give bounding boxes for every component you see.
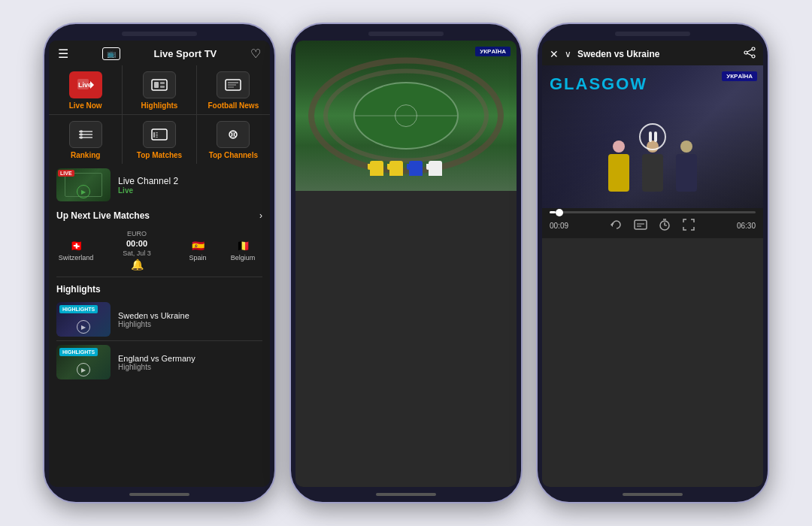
- bell-icon[interactable]: 🔔: [131, 258, 144, 271]
- progress-thumb[interactable]: [556, 209, 563, 216]
- category-highlights[interactable]: Highlights: [123, 65, 195, 114]
- svg-rect-31: [635, 220, 647, 229]
- player-3-head: [680, 141, 692, 153]
- svg-rect-5: [160, 82, 165, 84]
- svg-rect-20: [156, 134, 158, 135]
- up-next-header: Up Next Live Matches ›: [49, 206, 270, 224]
- play-button-small[interactable]: ▶: [77, 185, 90, 198]
- highlight-play-1[interactable]: ▶: [77, 320, 90, 334]
- pause-bar-2: [654, 132, 657, 142]
- team-name-belgium: Belgium: [231, 254, 256, 261]
- channel-live-status: Live: [118, 186, 262, 195]
- phone-1-notch: [122, 32, 197, 36]
- live-badge: LIVE: [58, 170, 74, 177]
- top-channels-icon: [217, 121, 250, 148]
- category-football-news[interactable]: Football News: [197, 65, 270, 114]
- highlight-info-1: Sweden vs Ukraine Highlights: [118, 311, 262, 328]
- phone-3-header: ✕ ∨ Sweden vs Ukraine: [542, 41, 763, 65]
- up-next-title: Up Next Live Matches: [56, 210, 150, 221]
- control-icons: [610, 218, 695, 234]
- highlight-item-2[interactable]: HIGHLIGHTS ▶ England vs Germany Highligh…: [49, 341, 270, 383]
- up-next-arrow[interactable]: ›: [259, 210, 262, 221]
- svg-rect-19: [156, 132, 158, 133]
- replay-icon[interactable]: [610, 218, 623, 234]
- svg-marker-30: [611, 222, 613, 227]
- channel-logo-3: УКРAÏHA: [722, 71, 757, 81]
- home-indicator-2: [376, 493, 436, 496]
- flag-spain: 🇪🇸: [189, 240, 207, 252]
- svg-point-15: [80, 133, 83, 136]
- channel-logo-2: УКРAÏHA: [475, 47, 511, 56]
- phone-3-screen: ✕ ∨ Sweden vs Ukraine GLASGOW УКРAÏHA: [542, 41, 763, 487]
- match-row: 🇨🇭 Switzerland EURO 00:00 Sat, Jul 3 🔔 🇪…: [49, 224, 270, 277]
- phone-3: ✕ ∨ Sweden vs Ukraine GLASGOW УКРAÏHA: [536, 23, 769, 503]
- highlight-info-2: England vs Germany Highlights: [118, 354, 262, 371]
- close-icon[interactable]: ✕: [550, 48, 559, 60]
- player-3: [674, 141, 700, 201]
- svg-rect-21: [156, 135, 158, 136]
- team-belgium: 🇧🇪 Belgium: [223, 240, 262, 261]
- highlight-type-2: Highlights: [118, 363, 262, 371]
- video-controls: 00:09: [542, 215, 763, 238]
- team-shirts: [370, 161, 442, 176]
- category-top-channels[interactable]: Top Channels: [197, 115, 270, 164]
- player-2-body: [642, 154, 663, 192]
- phone-2-video-area: УКРAÏHA: [295, 41, 517, 191]
- chevron-down-icon[interactable]: ∨: [565, 49, 571, 59]
- match-center-info: EURO 00:00 Sat, Jul 3 🔔: [102, 230, 172, 271]
- stadium-video: УКРAÏHA: [295, 41, 517, 191]
- location-overlay: GLASGOW: [550, 74, 647, 94]
- football-news-icon: [217, 71, 250, 98]
- channel-info: Live Channel 2 Live: [118, 176, 262, 195]
- highlights-section-title: Highlights: [56, 284, 101, 295]
- phone-1-header: ☰ 📺 Live Sport TV ♡: [49, 41, 270, 65]
- player-3-body: [676, 154, 697, 192]
- shirt-white: [429, 161, 442, 176]
- stadium-view: [295, 41, 517, 191]
- time-current: 00:09: [550, 222, 568, 230]
- flag-switzerland: 🇨🇭: [67, 240, 85, 252]
- timer-icon[interactable]: [658, 218, 671, 234]
- phone-3-notch: [615, 32, 690, 36]
- shirt-yellow: [370, 161, 383, 176]
- fullscreen-icon[interactable]: [682, 218, 695, 234]
- progress-fill: [550, 211, 556, 213]
- phone-3-content: [542, 238, 763, 487]
- top-channels-label: Top Channels: [209, 151, 258, 159]
- highlight-item-1[interactable]: HIGHLIGHTS ▶ Sweden vs Ukraine Highlight…: [49, 298, 270, 340]
- highlight-play-2[interactable]: ▶: [77, 363, 90, 376]
- phone-2-home-bar: [291, 487, 521, 502]
- shirt-blue: [409, 161, 423, 176]
- progress-track[interactable]: [550, 211, 756, 213]
- highlight-badge-1: HIGHLIGHTS: [59, 305, 98, 313]
- subtitles-icon[interactable]: [634, 218, 647, 234]
- app-title: Live Sport TV: [153, 48, 217, 59]
- tournament-label: EURO: [127, 230, 147, 237]
- hamburger-icon[interactable]: ☰: [58, 47, 68, 61]
- phone-3-video-area: GLASGOW УКРAÏHA: [542, 65, 763, 208]
- football-news-label: Football News: [208, 101, 259, 110]
- highlight-type-1: Highlights: [118, 320, 262, 328]
- top-matches-icon: [143, 121, 176, 148]
- live-channel-row[interactable]: LIVE ▶ Live Channel 2 Live: [49, 164, 270, 206]
- pause-button[interactable]: [639, 123, 666, 150]
- highlight-badge-2: HIGHLIGHTS: [59, 348, 98, 356]
- svg-line-28: [747, 50, 752, 52]
- flag-belgium: 🇧🇪: [234, 240, 252, 252]
- favorites-icon[interactable]: ♡: [250, 47, 261, 61]
- svg-point-27: [752, 55, 755, 58]
- category-ranking[interactable]: Ranking: [49, 115, 122, 164]
- svg-rect-6: [160, 86, 165, 88]
- progress-bar-container[interactable]: [542, 208, 763, 215]
- phone-2-screen: УКРAÏHA: [295, 41, 517, 487]
- team-name-switzerland: Switzerland: [59, 254, 94, 261]
- highlight-thumb-2: HIGHLIGHTS ▶: [56, 345, 111, 379]
- phone-2-notch: [368, 32, 444, 36]
- share-icon[interactable]: [744, 47, 756, 61]
- live-now-icon: Live: [69, 71, 102, 98]
- svg-point-16: [80, 136, 83, 139]
- svg-line-29: [747, 53, 752, 56]
- category-live-now[interactable]: Live Live Now: [49, 65, 122, 114]
- player-1: [606, 141, 632, 201]
- category-top-matches[interactable]: Top Matches: [123, 115, 195, 164]
